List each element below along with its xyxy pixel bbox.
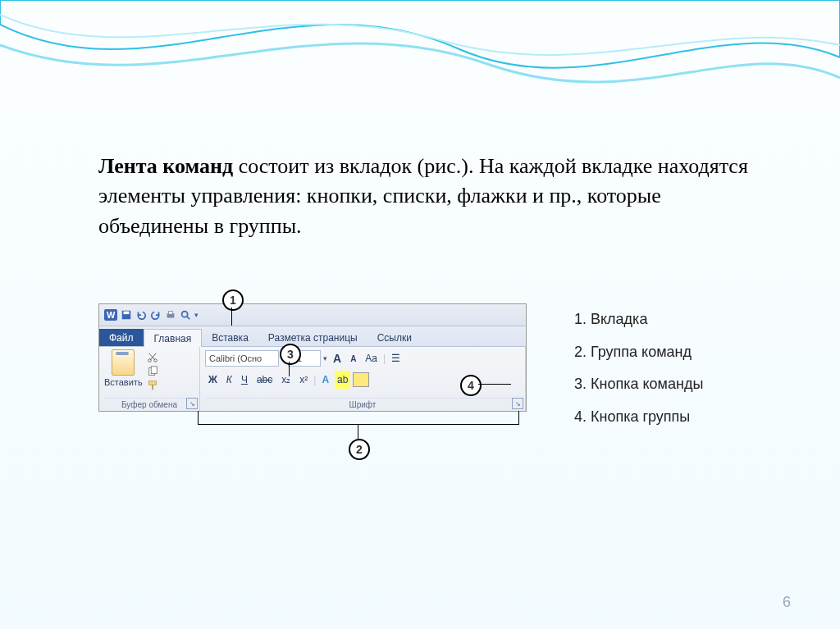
preview-icon[interactable] — [180, 309, 191, 321]
decorative-wave — [0, 0, 840, 131]
save-icon[interactable] — [121, 309, 132, 321]
callout-4: 4 — [460, 375, 482, 396]
svg-rect-13 — [152, 385, 153, 390]
svg-rect-12 — [148, 381, 156, 385]
svg-rect-11 — [151, 367, 157, 374]
divider: | — [313, 374, 316, 385]
grow-font-button[interactable]: A — [330, 349, 345, 367]
font-name-combo[interactable]: Calibri (Осно — [205, 350, 279, 367]
tab-references[interactable]: Ссылки — [368, 329, 422, 346]
callout-1: 1 — [222, 289, 244, 311]
subscript-button[interactable]: x₂ — [278, 371, 294, 389]
tab-layout[interactable]: Разметка страницы — [258, 329, 368, 346]
superscript-button[interactable]: x² — [296, 371, 311, 389]
bold-button[interactable]: Ж — [205, 371, 221, 389]
clipboard-launcher-icon[interactable]: ↘ — [186, 398, 198, 409]
svg-rect-3 — [169, 312, 173, 315]
callout-3: 3 — [280, 344, 301, 365]
copy-icon[interactable] — [146, 366, 159, 377]
legend-item-3: 3. Кнопка команды — [574, 368, 703, 401]
ribbon-tabs: Файл Главная Вставка Разметка страницы С… — [99, 326, 526, 347]
legend-item-1: 1. Вкладка — [574, 303, 703, 336]
paragraph: Лента команд состоит из вкладок (рис.). … — [98, 152, 755, 241]
format-painter-icon[interactable] — [146, 380, 159, 391]
tab-home[interactable]: Главная — [144, 329, 203, 347]
svg-line-5 — [187, 317, 190, 320]
svg-point-4 — [182, 312, 188, 317]
callout-2-stem — [358, 424, 358, 440]
paste-icon — [112, 349, 135, 376]
bullets-icon[interactable]: ☰ — [388, 349, 404, 367]
paste-label: Вставить — [104, 377, 143, 387]
figure: W ▾ Файл Главная Вставка Разметка страни… — [98, 303, 755, 412]
divider: | — [383, 353, 386, 364]
word-icon: W — [104, 309, 117, 321]
cut-icon[interactable] — [146, 352, 159, 363]
change-case-button[interactable]: Aa — [362, 349, 381, 367]
qat-dropdown-icon[interactable]: ▾ — [194, 311, 199, 319]
callout-1-line — [231, 308, 232, 326]
group-label-clipboard: Буфер обмена — [104, 398, 194, 411]
tab-file[interactable]: Файл — [99, 329, 144, 346]
legend-item-4: 4. Кнопка группы — [574, 401, 703, 434]
legend-item-2: 2. Группа команд — [574, 336, 703, 369]
legend: 1. Вкладка 2. Группа команд 3. Кнопка ко… — [574, 303, 703, 433]
lead-bold: Лента команд — [98, 154, 233, 178]
ms-word-ribbon: W ▾ Файл Главная Вставка Разметка страни… — [98, 303, 527, 412]
underline-button[interactable]: Ч — [238, 371, 251, 389]
page-number: 6 — [783, 594, 791, 611]
paste-button[interactable]: Вставить — [104, 349, 143, 387]
tab-insert[interactable]: Вставка — [202, 329, 258, 346]
undo-icon[interactable] — [135, 309, 147, 321]
callout-3-line — [289, 362, 290, 376]
group-clipboard: Вставить Буфер обмена ↘ — [99, 347, 200, 411]
strike-button[interactable]: abc — [253, 371, 276, 389]
svg-rect-1 — [124, 312, 130, 315]
size-dropdown-icon[interactable]: ▾ — [323, 354, 327, 362]
slide: Лента команд состоит из вкладок (рис.). … — [0, 0, 840, 629]
callout-4-line — [478, 384, 511, 385]
callout-2: 2 — [349, 439, 370, 460]
font-launcher-icon[interactable]: ↘ — [512, 398, 523, 409]
callout-2-bracket — [198, 411, 519, 425]
redo-icon[interactable] — [150, 309, 162, 321]
group-label-font: Шрифт — [205, 398, 520, 411]
quick-access-toolbar: W ▾ — [99, 304, 526, 326]
text-effects-button[interactable]: A — [318, 371, 332, 389]
italic-button[interactable]: К — [223, 371, 235, 389]
shrink-font-button[interactable]: A — [347, 349, 359, 367]
print-icon[interactable] — [165, 309, 176, 321]
font-color-button[interactable] — [353, 372, 369, 387]
highlight-button[interactable]: ab — [335, 371, 350, 389]
